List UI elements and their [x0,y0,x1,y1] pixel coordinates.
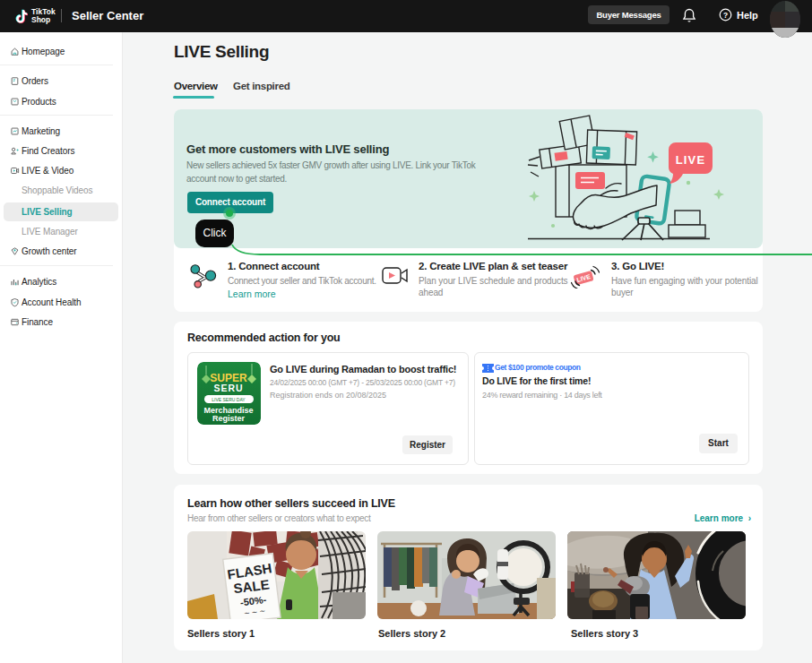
svg-text:?: ? [723,11,728,20]
svg-text:SERU: SERU [213,383,243,393]
svg-text:Register: Register [212,414,246,423]
svg-text:LIVE: LIVE [676,153,706,167]
svg-text:LIVE SERU DAY: LIVE SERU DAY [212,397,246,402]
